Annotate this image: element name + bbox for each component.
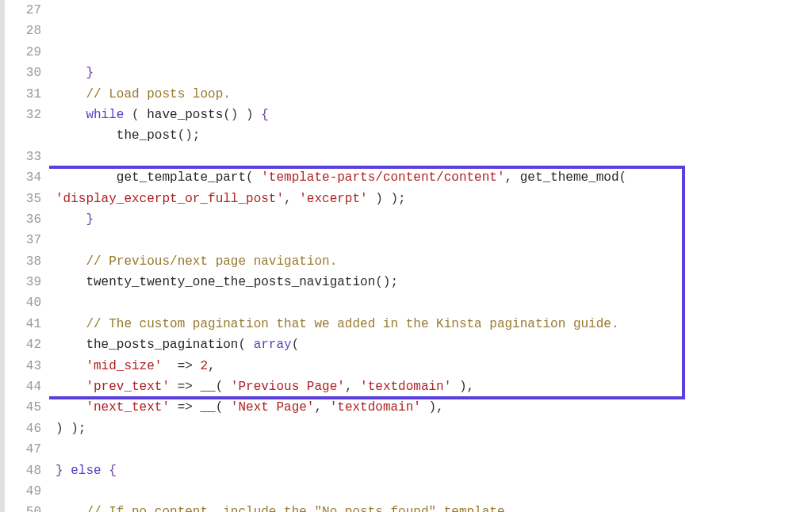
token-plain: ( [216, 400, 231, 415]
code-line[interactable]: the_posts_pagination( array( [56, 334, 812, 355]
line-number: 34 [5, 167, 41, 188]
token-brace: } [86, 212, 94, 227]
code-line[interactable]: 'prev_text' => __( 'Previous Page', 'tex… [56, 376, 812, 397]
line-number-gutter: 2728293031323334353637383940414243444546… [5, 0, 49, 512]
code-line[interactable]: the_post(); [56, 125, 812, 146]
token-str: 'display_excerpt_or_full_post' [56, 192, 284, 206]
token-comment: // The custom pagination that we added i… [86, 317, 619, 331]
code-line[interactable]: twenty_twenty_one_the_posts_navigation()… [56, 272, 812, 292]
code-line[interactable]: 'mid_size' => 2, [56, 356, 812, 376]
line-number: 44 [5, 376, 41, 397]
code-area[interactable]: } // Load posts loop. while ( have_posts… [49, 0, 812, 512]
token-kw: else [71, 464, 101, 478]
token-plain [56, 359, 86, 373]
token-fn: the_posts_pagination [86, 338, 238, 352]
token-fn: have_posts [147, 108, 223, 122]
line-number: 29 [5, 42, 41, 63]
line-number: 32 [5, 105, 41, 125]
token-plain: ( [238, 338, 253, 352]
token-plain: ( [124, 108, 147, 122]
line-number: 45 [5, 397, 41, 418]
token-plain: , [314, 400, 329, 415]
line-number: 39 [5, 272, 41, 292]
token-plain [56, 170, 117, 185]
token-plain: , [345, 380, 360, 394]
token-plain [56, 87, 86, 101]
line-number: 31 [5, 84, 41, 105]
token-fn: __ [200, 400, 215, 415]
token-plain [56, 212, 86, 227]
line-number: 35 [5, 189, 41, 209]
token-plain [56, 317, 86, 331]
code-line[interactable] [56, 481, 812, 502]
line-number: 36 [5, 209, 41, 230]
line-number: 37 [5, 230, 41, 250]
token-fn: get_template_part [117, 170, 246, 185]
line-number: 38 [5, 251, 41, 272]
line-number: 30 [5, 63, 41, 83]
token-fn: twenty_twenty_one_the_posts_navigation [86, 275, 375, 289]
token-plain [56, 275, 86, 289]
token-plain: , [284, 192, 299, 206]
code-line[interactable]: while ( have_posts() ) { [56, 105, 812, 125]
token-brace: } [86, 66, 94, 80]
token-plain [56, 254, 86, 269]
line-number: 47 [5, 439, 41, 460]
token-str: 'Next Page' [231, 400, 315, 415]
token-plain: ) ); [368, 192, 406, 206]
token-str: 'excerpt' [299, 192, 367, 206]
code-line[interactable]: ) ); [56, 418, 812, 439]
token-plain: => [162, 359, 200, 373]
line-number: 41 [5, 314, 41, 334]
code-line[interactable]: } else { [56, 460, 812, 481]
token-plain [56, 505, 86, 512]
token-brace: { [261, 108, 269, 122]
code-line[interactable]: } [56, 63, 812, 83]
token-plain: (); [375, 275, 398, 289]
token-plain [56, 400, 86, 415]
token-comment: // If no content, include the "No posts … [86, 505, 512, 512]
token-plain: => [170, 380, 200, 394]
token-plain [56, 338, 86, 352]
code-line[interactable]: // Previous/next page navigation. [56, 251, 812, 272]
token-plain [56, 128, 117, 143]
line-number: 28 [5, 21, 41, 41]
code-line[interactable] [56, 439, 812, 460]
line-number: 46 [5, 418, 41, 439]
token-plain: , [505, 170, 520, 185]
line-number: 43 [5, 356, 41, 376]
code-line[interactable]: 'next_text' => __( 'Next Page', 'textdom… [56, 397, 812, 418]
token-str: 'textdomain' [360, 380, 451, 394]
token-num: 2 [200, 359, 208, 373]
token-str: 'Previous Page' [231, 380, 345, 394]
token-fn: get_theme_mod [520, 170, 619, 185]
code-line[interactable]: } [56, 209, 812, 230]
code-line[interactable] [56, 292, 812, 313]
line-number: 40 [5, 292, 41, 313]
token-comment: // Previous/next page navigation. [86, 254, 337, 269]
code-line[interactable] [56, 147, 812, 167]
token-str: 'next_text' [86, 400, 170, 415]
token-str: 'template-parts/content/content' [261, 170, 504, 185]
token-brace: } [56, 464, 63, 478]
code-editor[interactable]: 2728293031323334353637383940414243444546… [0, 0, 812, 512]
token-plain: () ) [223, 108, 261, 122]
code-line[interactable] [56, 230, 812, 250]
token-plain: ( [246, 170, 261, 185]
code-line[interactable]: // Load posts loop. [56, 84, 812, 105]
token-brace: { [109, 464, 117, 478]
token-kw: array [254, 338, 292, 352]
token-plain: (); [178, 128, 201, 143]
token-plain: , [208, 359, 216, 373]
line-number: 48 [5, 460, 41, 481]
token-plain [56, 66, 86, 80]
code-line[interactable]: // If no content, include the "No posts … [56, 502, 812, 512]
line-number: 49 [5, 481, 41, 502]
token-str: 'prev_text' [86, 380, 170, 394]
line-number: 33 [5, 147, 41, 167]
code-line[interactable]: get_template_part( 'template-parts/conte… [56, 167, 812, 209]
token-str: 'textdomain' [330, 400, 421, 415]
line-number: 27 [5, 0, 41, 21]
code-line[interactable]: // The custom pagination that we added i… [56, 314, 812, 334]
token-plain: => [170, 400, 200, 415]
